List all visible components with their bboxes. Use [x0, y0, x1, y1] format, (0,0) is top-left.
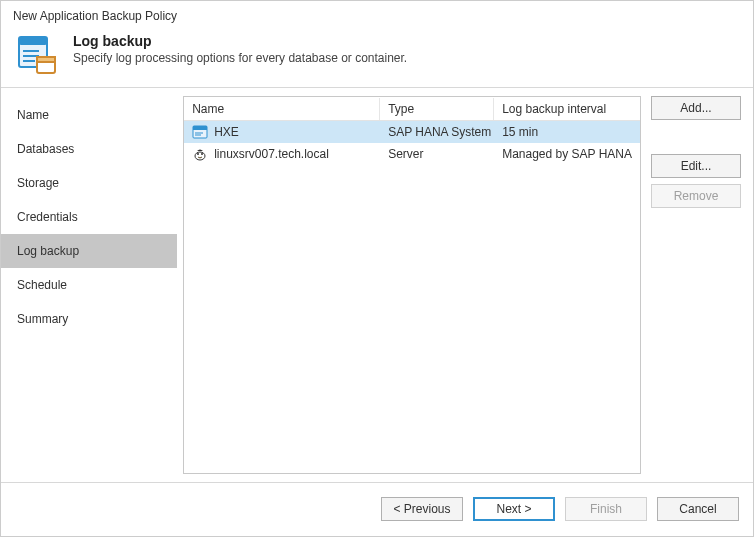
- table-header: Name Type Log backup interval: [184, 97, 640, 121]
- footer: < Previous Next > Finish Cancel: [1, 482, 753, 534]
- table-row[interactable]: HXE SAP HANA System 15 min: [184, 121, 640, 143]
- header: Log backup Specify log processing option…: [1, 29, 753, 87]
- body: Name Databases Storage Credentials Log b…: [1, 88, 753, 482]
- svg-point-15: [201, 153, 203, 155]
- linux-server-icon: [192, 146, 208, 162]
- sidebar-item-name[interactable]: Name: [1, 98, 177, 132]
- svg-point-14: [197, 153, 199, 155]
- svg-rect-3: [19, 37, 47, 45]
- next-button[interactable]: Next >: [473, 497, 555, 521]
- cell-name-text: linuxsrv007.tech.local: [214, 147, 329, 161]
- cell-type: Server: [380, 145, 494, 163]
- side-actions: Add... Edit... Remove: [651, 96, 741, 474]
- previous-button[interactable]: < Previous: [381, 497, 463, 521]
- sidebar-item-schedule[interactable]: Schedule: [1, 268, 177, 302]
- svg-rect-8: [37, 57, 55, 62]
- column-header-interval[interactable]: Log backup interval: [494, 98, 640, 120]
- hana-system-icon: [192, 124, 208, 140]
- content: Name Type Log backup interval HXE SAP HA…: [177, 88, 753, 482]
- svg-rect-10: [193, 126, 207, 130]
- cell-type: SAP HANA System: [380, 123, 494, 141]
- finish-button: Finish: [565, 497, 647, 521]
- edit-button[interactable]: Edit...: [651, 154, 741, 178]
- table-row[interactable]: linuxsrv007.tech.local Server Managed by…: [184, 143, 640, 165]
- cell-name: linuxsrv007.tech.local: [184, 144, 380, 164]
- database-table: Name Type Log backup interval HXE SAP HA…: [183, 96, 641, 474]
- sidebar-item-log-backup[interactable]: Log backup: [1, 234, 177, 268]
- column-header-type[interactable]: Type: [380, 98, 494, 120]
- header-title: Log backup: [73, 33, 407, 49]
- remove-button: Remove: [651, 184, 741, 208]
- header-text: Log backup Specify log processing option…: [73, 33, 407, 65]
- window-title: New Application Backup Policy: [13, 9, 177, 23]
- cell-interval: Managed by SAP HANA: [494, 145, 640, 163]
- header-subtitle: Specify log processing options for every…: [73, 51, 407, 65]
- add-button[interactable]: Add...: [651, 96, 741, 120]
- cell-interval: 15 min: [494, 123, 640, 141]
- cancel-button[interactable]: Cancel: [657, 497, 739, 521]
- svg-point-13: [195, 152, 205, 160]
- close-button[interactable]: [715, 6, 743, 26]
- titlebar: New Application Backup Policy: [1, 1, 753, 29]
- sidebar-item-credentials[interactable]: Credentials: [1, 200, 177, 234]
- sidebar-item-summary[interactable]: Summary: [1, 302, 177, 336]
- sidebar-item-databases[interactable]: Databases: [1, 132, 177, 166]
- sidebar-item-storage[interactable]: Storage: [1, 166, 177, 200]
- wizard-sidebar: Name Databases Storage Credentials Log b…: [1, 88, 177, 482]
- cell-name: HXE: [184, 122, 380, 142]
- column-header-name[interactable]: Name: [184, 98, 380, 120]
- cell-name-text: HXE: [214, 125, 239, 139]
- log-backup-icon: [15, 33, 59, 77]
